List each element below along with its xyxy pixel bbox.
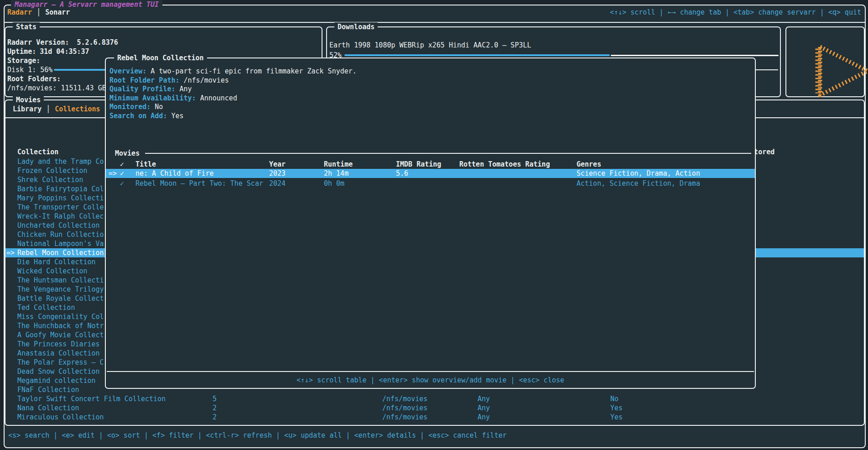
collection-name: Battle Royale Collect [17,294,104,303]
storage-label: Storage: [7,56,40,65]
movie-row[interactable]: ✓ Rebel Moon – Part Two: The Scar 2024 0… [106,179,755,188]
movie-runtime: 0h 0m [324,179,344,188]
collection-root-folder: /nfs/movies [382,394,427,403]
monitored-check-icon: ✓ [120,179,124,188]
collection-name: The Polar Express – C [17,358,104,367]
uptime: Uptime:31d 04:35:37 [7,47,89,56]
top-keybinds: <↑↓> scroll | ←→ change tab | <tab> chan… [610,8,861,17]
collection-root-folder: /nfs/movies [382,403,427,413]
collection-name: The Huntsman Collecti [17,276,104,285]
movie-year: 2024 [269,179,286,188]
collection-name: Wicked Collection [17,267,88,276]
movie-runtime: 2h 14m [324,169,348,178]
collection-search-on-add: Yes [610,403,623,413]
collection-quality-profile: Any [478,394,490,403]
collection-movie-count: 2 [213,413,217,422]
collection-name: Frozen Collection [17,166,88,175]
collection-name: The Princess Diaries [17,340,100,349]
collection-name: Shrek Collection [17,175,83,184]
selection-marker: => [109,169,117,178]
collection-search-on-add: No [610,394,619,403]
stats-panel-title: Stats [13,22,40,31]
movie-year: 2023 [269,169,286,178]
collection-row[interactable]: Miraculous Collection 2 /nfs/movies Any … [5,413,864,422]
footer-keybinds: <s> search | <e> edit | <o> sort | <f> f… [8,431,507,440]
collection-movie-count: 5 [213,394,217,403]
collection-name: Chicken Run Collectio [17,230,104,239]
collection-search-on-add: Yes [610,413,623,422]
movie-imdb-rating: 5.6 [396,169,408,178]
movie-row[interactable]: => ✓ ne: A Child of Fire 2023 2h 14m 5.6… [106,169,755,178]
download-gauge-empty [611,55,779,56]
collection-name: The Hunchback of Notr [17,321,104,330]
tabbar-divider [5,22,865,23]
modal-keybinds: <↑↓> scroll table | <enter> show overvie… [106,376,755,385]
collection-name: Mary Poppins Collecti [17,194,104,203]
selection-marker: => [6,248,15,257]
collection-name: National Lampoon's Va [17,239,104,248]
collection-name: Megamind collection [17,376,96,385]
tab-separator: │ [32,8,45,17]
downloads-panel-title: Downloads [334,22,378,31]
collection-name: Anastasia Collection [17,349,100,358]
radarr-play-logo-icon [803,37,868,105]
download-gauge-filled [344,54,610,56]
collection-quality-profile: Any [478,403,490,413]
collection-name: Nana Collection [17,403,79,413]
collection-row[interactable]: Nana Collection 2 /nfs/movies Any Yes [5,403,864,413]
collection-name: A Goofy Movie Collect [17,330,104,340]
collection-name: Die Hard Collection [17,257,96,267]
servarr-tabbar: Radarr │ Sonarr [7,8,70,17]
collection-quality-profile: Any [478,413,490,422]
collection-name: Miss Congeniality Col [17,312,104,321]
collection-row[interactable]: Taylor Swift Concert Film Collection 5 /… [5,394,864,403]
collection-name: Rebel Moon Collection [17,248,104,257]
collection-name: Ted Collection [17,303,75,312]
tab-radarr[interactable]: Radarr [7,8,32,17]
logo-panel [785,26,865,97]
radarr-version: Radarr Version:5.2.6.8376 [7,38,118,47]
collection-name: Miraculous Collection [17,413,104,422]
monitored-check-icon: ✓ [120,169,124,178]
collection-name: The Vengeance Trilogy [17,285,104,294]
root-folders-label: Root Folders: [7,74,61,84]
collection-root-folder: /nfs/movies [382,413,427,422]
root-folder-size: /nfs/movies: 11511.43 GB [7,84,106,93]
movie-genres: Science Fiction, Drama, Action [577,169,700,178]
collection-name: Wreck-It Ralph Collec [17,212,104,221]
tab-sonarr[interactable]: Sonarr [45,8,70,17]
movie-title: ne: A Child of Fire [135,169,214,178]
collection-movie-count: 2 [213,403,217,413]
collection-details-modal: Rebel Moon Collection Overview: A two-pa… [105,58,756,389]
modal-movies-table-body: => ✓ ne: A Child of Fire 2023 2h 14m 5.6… [106,58,755,388]
collection-name: Taylor Swift Concert Film Collection [17,394,166,403]
collection-name: The Transporter Colle [17,203,104,212]
collection-name: Barbie Fairytopia Col [17,184,104,194]
download-item-name: Earth 1998 1080p WEBRip x265 Hindi AAC2.… [329,41,531,50]
managarr-screen: Managarr – A Servarr management TUI Rada… [0,0,868,450]
collection-name: Uncharted Collection [17,221,100,230]
movie-title: Rebel Moon – Part Two: The Scar [135,179,263,188]
collection-name: FNaF Collection [17,385,79,394]
movie-genres: Action, Science Fiction, Drama [577,179,700,188]
collection-name: Dead Snow Collection [17,367,100,376]
disk-usage: Disk 1: 56% [7,65,52,74]
modal-help-divider [107,371,754,372]
collection-name: Lady and the Tramp Co [17,157,104,166]
